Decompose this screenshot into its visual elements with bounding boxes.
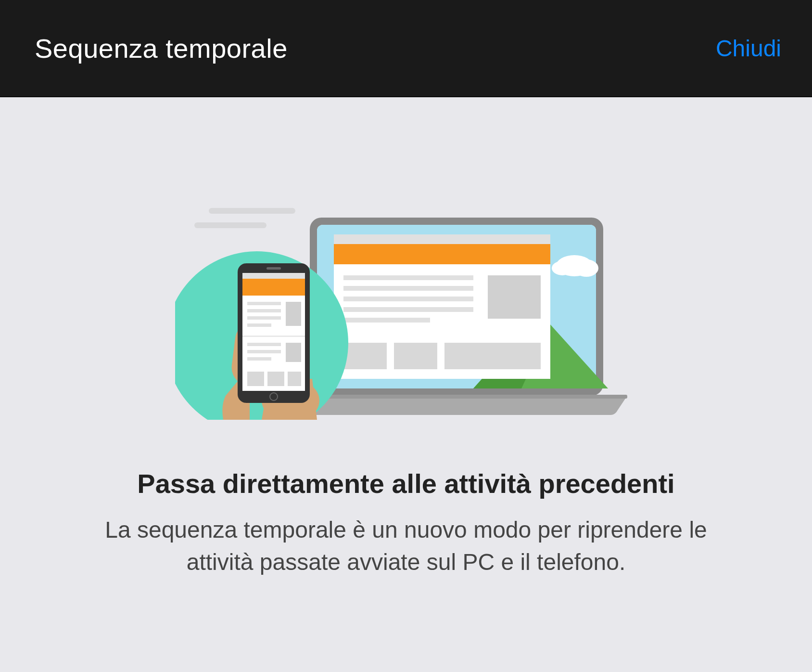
- svg-rect-15: [343, 297, 473, 301]
- svg-point-8: [574, 259, 598, 277]
- svg-rect-38: [247, 343, 281, 346]
- svg-rect-40: [247, 357, 271, 361]
- main-content: Passa direttamente alle attività precede…: [0, 97, 812, 578]
- svg-rect-18: [488, 275, 541, 319]
- svg-rect-21: [444, 343, 541, 369]
- page-title: Sequenza temporale: [35, 33, 288, 64]
- svg-rect-34: [247, 316, 281, 320]
- svg-rect-22: [286, 395, 627, 399]
- svg-point-9: [552, 261, 573, 275]
- svg-rect-14: [343, 286, 473, 291]
- svg-rect-31: [242, 279, 305, 296]
- devices-illustration-icon: [175, 189, 637, 420]
- header-bar: Sequenza temporale Chiudi: [0, 0, 812, 97]
- close-button[interactable]: Chiudi: [716, 35, 781, 62]
- svg-rect-35: [247, 323, 271, 327]
- svg-rect-32: [247, 302, 281, 305]
- svg-rect-39: [247, 350, 281, 353]
- svg-rect-11: [334, 234, 550, 244]
- svg-rect-41: [286, 343, 301, 362]
- svg-rect-1: [194, 222, 266, 228]
- svg-rect-36: [286, 302, 301, 326]
- content-heading: Passa direttamente alle attività precede…: [137, 468, 674, 499]
- svg-rect-19: [343, 343, 387, 369]
- svg-rect-42: [247, 372, 264, 386]
- svg-rect-20: [394, 343, 437, 369]
- svg-rect-28: [266, 267, 281, 270]
- svg-rect-44: [288, 372, 301, 386]
- svg-rect-16: [343, 307, 473, 312]
- svg-rect-17: [343, 318, 430, 323]
- svg-rect-13: [343, 275, 473, 280]
- svg-rect-0: [209, 208, 295, 214]
- svg-rect-37: [242, 336, 305, 337]
- timeline-illustration: [175, 189, 637, 420]
- content-description: La sequenza temporale è un nuovo modo pe…: [69, 514, 743, 578]
- svg-rect-30: [242, 273, 305, 279]
- svg-rect-12: [334, 244, 550, 264]
- svg-rect-43: [267, 372, 284, 386]
- svg-rect-33: [247, 309, 281, 312]
